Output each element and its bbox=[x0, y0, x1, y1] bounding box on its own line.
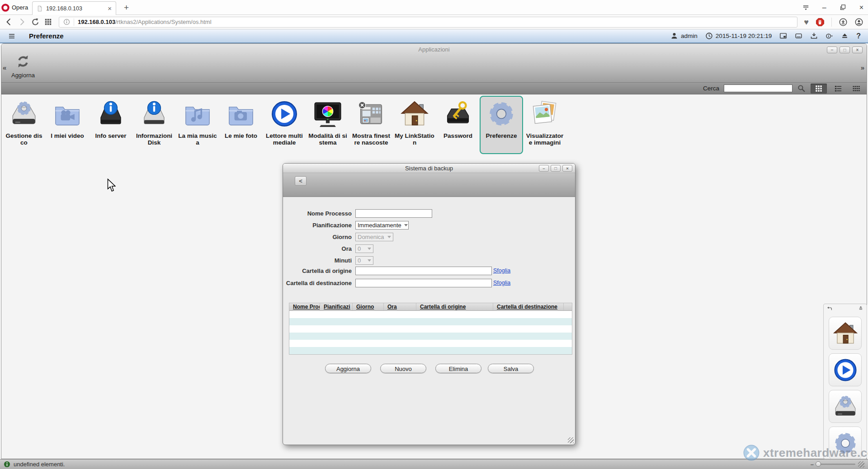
dock-item-media-player[interactable] bbox=[829, 353, 862, 386]
folder-video-icon bbox=[52, 99, 82, 129]
monitor-color-icon bbox=[313, 99, 343, 129]
source-folder-row: Cartella di origine Sfoglia bbox=[283, 266, 510, 275]
user-icon[interactable] bbox=[670, 32, 678, 40]
grid-view-button[interactable] bbox=[811, 84, 827, 94]
table-row[interactable] bbox=[289, 347, 572, 354]
table-header-ora[interactable]: Ora bbox=[384, 303, 416, 310]
app-item-my-linkstation[interactable]: My LinkStation bbox=[393, 96, 436, 154]
reload-button[interactable] bbox=[31, 18, 39, 26]
app-item-la-mia-musica[interactable]: La mia musica bbox=[176, 96, 219, 154]
destination-browse-link[interactable]: Sfoglia bbox=[493, 280, 510, 286]
app-item-i-miei-video[interactable]: I miei video bbox=[46, 96, 89, 154]
window-minimize-button[interactable]: – bbox=[822, 4, 826, 12]
window-restore-button[interactable] bbox=[839, 4, 847, 11]
table-row[interactable] bbox=[289, 340, 572, 347]
table-row[interactable] bbox=[289, 318, 572, 325]
table-header-cartella-di-origine[interactable]: Cartella di origine bbox=[416, 303, 493, 310]
dock-collapse-icon[interactable] bbox=[858, 305, 864, 312]
elimina-button[interactable]: Elimina bbox=[435, 364, 481, 373]
dock-item-disk-manager[interactable] bbox=[829, 390, 862, 423]
storage-icon[interactable] bbox=[795, 32, 802, 40]
app-item-visualizzatore-immagini[interactable]: Visualizzatore immagini bbox=[523, 96, 566, 154]
table-row[interactable] bbox=[289, 333, 572, 340]
salva-button[interactable]: Salva bbox=[488, 364, 534, 373]
site-info-icon[interactable] bbox=[63, 19, 70, 25]
refresh-apps-button[interactable]: Aggiorna bbox=[9, 54, 38, 79]
adblock-icon[interactable] bbox=[816, 18, 825, 27]
browser-menu-button[interactable]: Opera bbox=[0, 0, 32, 15]
schedule-select[interactable]: Immediatamente bbox=[355, 221, 409, 230]
app-item-password[interactable]: Password bbox=[436, 96, 480, 154]
app-item-informazioni-disk[interactable]: Informazioni Disk bbox=[132, 96, 176, 154]
process-name-input[interactable] bbox=[355, 209, 432, 218]
download-icon[interactable] bbox=[810, 32, 818, 40]
dialog-minimize-button[interactable]: – bbox=[539, 165, 549, 172]
app-item-lettore-multimediale[interactable]: Lettore multimediale bbox=[263, 96, 306, 154]
dialog-back-button[interactable]: < bbox=[295, 176, 307, 186]
new-tab-button[interactable]: + bbox=[120, 0, 132, 15]
speed-dial-button[interactable] bbox=[44, 18, 52, 26]
source-browse-link[interactable]: Sfoglia bbox=[493, 267, 510, 274]
app-item-gestione-disco[interactable]: Gestione disco bbox=[2, 96, 46, 154]
nuovo-button[interactable]: Nuovo bbox=[380, 364, 426, 373]
dock-item-my-linkstation[interactable] bbox=[829, 317, 862, 350]
hamburger-menu-icon[interactable] bbox=[7, 33, 16, 40]
display-icon[interactable] bbox=[779, 32, 787, 40]
help-button[interactable]: ? bbox=[856, 32, 861, 40]
dialog-maximize-button[interactable]: □ bbox=[551, 165, 561, 172]
dock-item-preferences[interactable] bbox=[829, 427, 862, 459]
search-input[interactable] bbox=[724, 84, 793, 92]
dialog-toolbar: < bbox=[283, 173, 575, 197]
search-icon[interactable] bbox=[797, 84, 806, 93]
profile-icon[interactable] bbox=[854, 18, 863, 27]
schedule-value: Immediatamente bbox=[358, 222, 401, 229]
dialog-title-bar[interactable]: Sistema di backup – □ × bbox=[283, 164, 575, 173]
url-field[interactable]: 192.168.0.103/rtknas2/Applications/Syste… bbox=[59, 17, 797, 28]
app-item-info-server[interactable]: Info server bbox=[89, 96, 132, 154]
schedule-label: Pianificazione bbox=[283, 222, 352, 229]
table-header-nome-proc[interactable]: Nome Proc bbox=[289, 303, 320, 310]
table-header-pianificazi[interactable]: Pianificazi bbox=[320, 303, 353, 310]
aggiorna-button[interactable]: Aggiorna bbox=[325, 364, 371, 373]
dialog-close-button[interactable]: × bbox=[562, 165, 572, 172]
forward-button[interactable] bbox=[18, 18, 26, 26]
detail-view-button[interactable] bbox=[849, 84, 863, 94]
window-resize-grip[interactable] bbox=[858, 461, 864, 468]
collapse-left-icon[interactable]: « bbox=[3, 64, 6, 71]
app-item-le-mie-foto[interactable]: Le mie foto bbox=[219, 96, 263, 154]
eject-icon[interactable] bbox=[841, 32, 849, 40]
table-header-filler bbox=[564, 303, 572, 310]
app-window-minimize-button[interactable]: – bbox=[827, 47, 837, 53]
destination-folder-input[interactable] bbox=[355, 279, 492, 287]
table-header-cartella-di-destinazione[interactable]: Cartella di destinazione bbox=[493, 303, 564, 310]
zoom-slider[interactable] bbox=[816, 464, 855, 465]
zoom-minus-icon[interactable]: – bbox=[811, 461, 814, 468]
dock-undo-icon[interactable] bbox=[826, 305, 833, 312]
backup-table-header: Nome ProcPianificaziGiornoOraCartella di… bbox=[289, 303, 572, 311]
list-view-button[interactable] bbox=[831, 84, 845, 94]
app-window-maximize-button[interactable]: □ bbox=[840, 47, 850, 53]
bookmark-heart-icon[interactable]: ♥ bbox=[804, 18, 809, 26]
app-grid: Gestione discoI miei videoInfo serverInf… bbox=[1, 94, 867, 154]
downloads-icon[interactable] bbox=[839, 18, 848, 27]
app-window-close-button[interactable]: × bbox=[852, 47, 863, 53]
day-label: Giorno bbox=[283, 234, 352, 240]
collapse-right-icon[interactable]: » bbox=[861, 64, 864, 71]
source-folder-input[interactable] bbox=[355, 267, 492, 275]
browser-tab[interactable]: 192.168.0.103 × bbox=[32, 1, 116, 15]
zoom-slider-knob[interactable] bbox=[816, 461, 821, 467]
chevron-down-icon bbox=[404, 224, 408, 226]
table-row[interactable] bbox=[289, 311, 572, 318]
window-close-button[interactable]: × bbox=[859, 4, 863, 12]
dialog-resize-grip[interactable] bbox=[568, 437, 574, 443]
app-item-modalit-di-sistema[interactable]: Modalità di sistema bbox=[306, 96, 349, 154]
chevron-down-icon bbox=[387, 236, 391, 238]
table-row[interactable] bbox=[289, 325, 572, 333]
app-item-preferenze[interactable]: Preferenze bbox=[480, 96, 523, 154]
tab-close-icon[interactable]: × bbox=[108, 5, 112, 12]
app-item-mostra-finestre-nascoste[interactable]: Mostra finestre nascoste bbox=[349, 96, 393, 154]
table-header-giorno[interactable]: Giorno bbox=[353, 303, 384, 310]
back-button[interactable] bbox=[5, 18, 13, 26]
tab-menu-icon[interactable] bbox=[802, 4, 810, 11]
info-dropdown-icon[interactable] bbox=[826, 32, 833, 40]
